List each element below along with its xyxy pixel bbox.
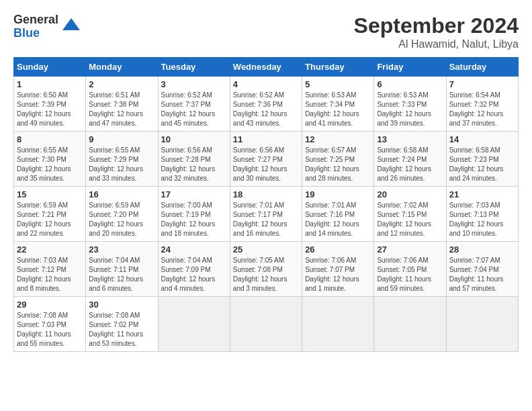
day-number: 16: [89, 189, 154, 199]
table-row: 13Sunrise: 6:58 AMSunset: 7:24 PMDayligh…: [374, 132, 446, 187]
table-row: 26Sunrise: 7:06 AMSunset: 7:07 PMDayligh…: [302, 242, 374, 297]
table-row: 30Sunrise: 7:08 AMSunset: 7:02 PMDayligh…: [86, 297, 158, 352]
day-info: Sunrise: 7:06 AMSunset: 7:05 PMDaylight:…: [377, 257, 431, 292]
table-row: 29Sunrise: 7:08 AMSunset: 7:03 PMDayligh…: [14, 297, 86, 352]
day-number: 28: [449, 244, 515, 255]
day-info: Sunrise: 7:03 AMSunset: 7:13 PMDaylight:…: [449, 201, 504, 237]
table-row: 10Sunrise: 6:56 AMSunset: 7:28 PMDayligh…: [158, 132, 230, 187]
day-number: 4: [233, 79, 299, 89]
day-info: Sunrise: 7:01 AMSunset: 7:16 PMDaylight:…: [305, 201, 359, 237]
table-row: 5Sunrise: 6:53 AMSunset: 7:34 PMDaylight…: [302, 77, 374, 132]
day-number: 27: [377, 244, 443, 255]
day-info: Sunrise: 6:57 AMSunset: 7:25 PMDaylight:…: [305, 146, 359, 182]
day-number: 21: [449, 189, 515, 199]
table-row: 18Sunrise: 7:01 AMSunset: 7:17 PMDayligh…: [230, 187, 302, 242]
day-info: Sunrise: 7:06 AMSunset: 7:07 PMDaylight:…: [305, 257, 359, 292]
day-number: 25: [233, 244, 299, 255]
calendar-header-row: Sunday Monday Tuesday Wednesday Thursday…: [14, 58, 519, 77]
day-number: 30: [89, 300, 154, 310]
day-number: 24: [161, 244, 227, 255]
table-row: [446, 297, 518, 352]
calendar-week-1: 1Sunrise: 6:50 AMSunset: 7:39 PMDaylight…: [14, 77, 519, 132]
table-row: 17Sunrise: 7:00 AMSunset: 7:19 PMDayligh…: [158, 187, 230, 242]
day-info: Sunrise: 7:00 AMSunset: 7:19 PMDaylight:…: [161, 201, 216, 237]
header-monday: Monday: [86, 58, 158, 77]
day-number: 15: [17, 189, 83, 199]
day-number: 5: [305, 79, 371, 89]
svg-marker-0: [62, 18, 80, 30]
table-row: 27Sunrise: 7:06 AMSunset: 7:05 PMDayligh…: [374, 242, 446, 297]
day-number: 12: [305, 134, 371, 144]
table-row: 6Sunrise: 6:53 AMSunset: 7:33 PMDaylight…: [374, 77, 446, 132]
day-number: 11: [233, 134, 299, 144]
table-row: 7Sunrise: 6:54 AMSunset: 7:32 PMDaylight…: [446, 77, 518, 132]
logo: General Blue: [13, 13, 81, 40]
table-row: 14Sunrise: 6:58 AMSunset: 7:23 PMDayligh…: [446, 132, 518, 187]
table-row: 19Sunrise: 7:01 AMSunset: 7:16 PMDayligh…: [302, 187, 374, 242]
day-info: Sunrise: 7:04 AMSunset: 7:09 PMDaylight:…: [161, 257, 216, 292]
day-info: Sunrise: 6:55 AMSunset: 7:29 PMDaylight:…: [89, 146, 143, 182]
day-number: 20: [377, 189, 443, 199]
table-row: [374, 297, 446, 352]
day-number: 18: [233, 189, 299, 199]
day-info: Sunrise: 6:59 AMSunset: 7:21 PMDaylight:…: [17, 201, 71, 237]
day-info: Sunrise: 6:54 AMSunset: 7:32 PMDaylight:…: [449, 91, 504, 127]
day-info: Sunrise: 6:56 AMSunset: 7:27 PMDaylight:…: [233, 146, 287, 182]
logo-icon: [61, 17, 81, 37]
table-row: 25Sunrise: 7:05 AMSunset: 7:08 PMDayligh…: [230, 242, 302, 297]
table-row: 3Sunrise: 6:52 AMSunset: 7:37 PMDaylight…: [158, 77, 230, 132]
day-info: Sunrise: 6:55 AMSunset: 7:30 PMDaylight:…: [17, 146, 71, 182]
day-info: Sunrise: 6:53 AMSunset: 7:34 PMDaylight:…: [305, 91, 359, 127]
title-block: September 2024 Al Hawamid, Nalut, Libya: [354, 13, 519, 50]
calendar-table: Sunday Monday Tuesday Wednesday Thursday…: [13, 57, 519, 352]
table-row: 20Sunrise: 7:02 AMSunset: 7:15 PMDayligh…: [374, 187, 446, 242]
day-info: Sunrise: 6:52 AMSunset: 7:36 PMDaylight:…: [233, 91, 287, 127]
table-row: 2Sunrise: 6:51 AMSunset: 7:38 PMDaylight…: [86, 77, 158, 132]
header-wednesday: Wednesday: [230, 58, 302, 77]
day-number: 29: [17, 300, 83, 310]
calendar-week-4: 22Sunrise: 7:03 AMSunset: 7:12 PMDayligh…: [14, 242, 519, 297]
day-info: Sunrise: 7:04 AMSunset: 7:11 PMDaylight:…: [89, 257, 143, 292]
day-number: 14: [449, 134, 515, 144]
day-number: 22: [17, 244, 83, 255]
header-thursday: Thursday: [302, 58, 374, 77]
day-number: 7: [449, 79, 515, 89]
day-info: Sunrise: 6:50 AMSunset: 7:39 PMDaylight:…: [17, 91, 71, 127]
table-row: 12Sunrise: 6:57 AMSunset: 7:25 PMDayligh…: [302, 132, 374, 187]
header-sunday: Sunday: [14, 58, 86, 77]
day-info: Sunrise: 6:53 AMSunset: 7:33 PMDaylight:…: [377, 91, 431, 127]
table-row: 28Sunrise: 7:07 AMSunset: 7:04 PMDayligh…: [446, 242, 518, 297]
day-number: 26: [305, 244, 371, 255]
day-info: Sunrise: 6:59 AMSunset: 7:20 PMDaylight:…: [89, 201, 143, 237]
day-info: Sunrise: 7:03 AMSunset: 7:12 PMDaylight:…: [17, 257, 71, 292]
day-info: Sunrise: 7:07 AMSunset: 7:04 PMDaylight:…: [449, 257, 504, 292]
day-info: Sunrise: 7:02 AMSunset: 7:15 PMDaylight:…: [377, 201, 431, 237]
day-number: 9: [89, 134, 154, 144]
day-info: Sunrise: 7:01 AMSunset: 7:17 PMDaylight:…: [233, 201, 287, 237]
table-row: [302, 297, 374, 352]
day-number: 19: [305, 189, 371, 199]
table-row: 9Sunrise: 6:55 AMSunset: 7:29 PMDaylight…: [86, 132, 158, 187]
header-friday: Friday: [374, 58, 446, 77]
day-info: Sunrise: 7:08 AMSunset: 7:02 PMDaylight:…: [89, 312, 143, 347]
logo-blue-text: Blue: [13, 27, 58, 40]
table-row: 8Sunrise: 6:55 AMSunset: 7:30 PMDaylight…: [14, 132, 86, 187]
day-info: Sunrise: 6:58 AMSunset: 7:24 PMDaylight:…: [377, 146, 431, 182]
table-row: 16Sunrise: 6:59 AMSunset: 7:20 PMDayligh…: [86, 187, 158, 242]
day-number: 6: [377, 79, 443, 89]
page-header: General Blue September 2024 Al Hawamid, …: [13, 13, 519, 50]
day-number: 17: [161, 189, 227, 199]
calendar-week-3: 15Sunrise: 6:59 AMSunset: 7:21 PMDayligh…: [14, 187, 519, 242]
calendar-week-2: 8Sunrise: 6:55 AMSunset: 7:30 PMDaylight…: [14, 132, 519, 187]
day-number: 23: [89, 244, 154, 255]
day-info: Sunrise: 6:52 AMSunset: 7:37 PMDaylight:…: [161, 91, 216, 127]
table-row: [158, 297, 230, 352]
logo-general-text: General: [13, 13, 58, 27]
day-number: 3: [161, 79, 227, 89]
table-row: 11Sunrise: 6:56 AMSunset: 7:27 PMDayligh…: [230, 132, 302, 187]
day-info: Sunrise: 7:08 AMSunset: 7:03 PMDaylight:…: [17, 312, 71, 347]
table-row: 24Sunrise: 7:04 AMSunset: 7:09 PMDayligh…: [158, 242, 230, 297]
day-info: Sunrise: 6:58 AMSunset: 7:23 PMDaylight:…: [449, 146, 504, 182]
day-info: Sunrise: 6:56 AMSunset: 7:28 PMDaylight:…: [161, 146, 216, 182]
table-row: 22Sunrise: 7:03 AMSunset: 7:12 PMDayligh…: [14, 242, 86, 297]
